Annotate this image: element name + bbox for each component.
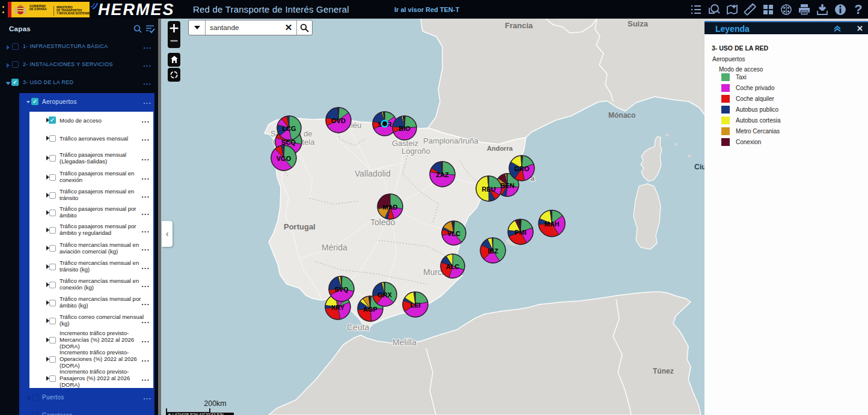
svg-text:Ceuta: Ceuta xyxy=(347,323,370,332)
svg-text:Andorra: Andorra xyxy=(487,145,513,152)
svg-text:IBZ: IBZ xyxy=(487,247,498,255)
svg-text:Melilla: Melilla xyxy=(393,338,417,347)
svg-text:PMI: PMI xyxy=(515,229,527,236)
svg-text:REU: REU xyxy=(481,186,495,193)
svg-text:Portugal: Portugal xyxy=(284,222,316,231)
svg-text:Suiza: Suiza xyxy=(628,19,649,28)
svg-text:LCG: LCG xyxy=(282,125,296,132)
svg-text:GRO: GRO xyxy=(514,165,530,172)
svg-text:Pamplona/Iruña: Pamplona/Iruña xyxy=(423,136,479,145)
svg-text:200km: 200km xyxy=(204,399,227,408)
svg-text:SVQ: SVQ xyxy=(334,286,349,293)
svg-text:LEI: LEI xyxy=(410,301,420,309)
svg-text:ALC: ALC xyxy=(446,263,460,270)
svg-text:MAH: MAH xyxy=(544,220,559,228)
svg-text:ZAZ: ZAZ xyxy=(436,171,449,178)
svg-text:Mónaco: Mónaco xyxy=(608,111,635,120)
svg-text:MAD: MAD xyxy=(382,204,397,211)
svg-text:BIO: BIO xyxy=(399,125,411,132)
svg-text:Mérida: Mérida xyxy=(322,243,347,252)
svg-text:AGP: AGP xyxy=(363,306,377,313)
svg-text:GRX: GRX xyxy=(377,291,393,298)
svg-text:OVD: OVD xyxy=(331,117,346,124)
svg-text:Valladolid: Valladolid xyxy=(355,169,391,178)
svg-text:VGO: VGO xyxy=(277,155,292,162)
svg-text:Francia: Francia xyxy=(505,21,533,30)
svg-text:Túnez: Túnez xyxy=(653,367,674,375)
svg-text:?: ? xyxy=(854,3,862,16)
svg-text:XRY: XRY xyxy=(331,304,345,311)
svg-text:BEN: BEN xyxy=(500,182,514,189)
svg-text:VLC: VLC xyxy=(447,230,460,237)
svg-text:Logroño: Logroño xyxy=(402,147,430,156)
